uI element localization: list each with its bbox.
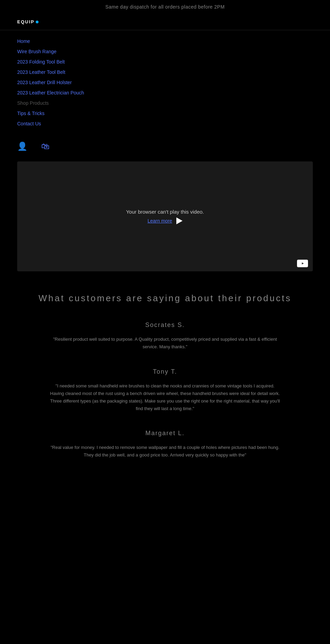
reviewer-name: Socrates S. [17,321,313,329]
review-card: Socrates S."Resilient product well suite… [17,321,313,351]
header: EQUIP [0,14,330,30]
video-message: Your browser can't play this video. [126,209,204,215]
reviews-section: What customers are saying about their pr… [0,271,330,483]
logo-dot [36,21,38,23]
nav-item[interactable]: 2023 Folding Tool Belt [17,58,313,66]
nav-item[interactable]: Home [17,37,313,45]
youtube-icon[interactable] [297,260,308,267]
reviews-heading: What customers are saying about their pr… [17,292,313,304]
nav-menu: HomeWire Brush Range2023 Folding Tool Be… [0,30,330,135]
nav-item[interactable]: 2023 Leather Drill Holster [17,78,313,87]
nav-item[interactable]: Tips & Tricks [17,109,313,117]
cart-icon[interactable]: 🛍 [41,142,50,151]
icons-row: 👤 🛍 [0,135,330,161]
video-container: Your browser can't play this video. Lear… [17,161,313,271]
nav-item[interactable]: 2023 Leather Tool Belt [17,68,313,76]
video-link-row: Learn more [147,217,183,224]
logo[interactable]: EQUIP [17,19,313,24]
top-banner: Same day dispatch for all orders placed … [0,0,330,14]
review-card: Margaret L."Real value for money. I need… [17,430,313,459]
review-text: "Real value for money. I needed to remov… [48,444,282,459]
video-play-button[interactable] [176,217,183,224]
nav-item[interactable]: 2023 Leather Electrician Pouch [17,89,313,97]
user-icon[interactable]: 👤 [17,142,28,151]
nav-item[interactable]: Shop Products [17,99,313,107]
nav-item[interactable]: Contact Us [17,120,313,128]
logo-text: EQUIP [17,19,34,24]
review-text: "Resilient product well suited to purpos… [48,336,282,351]
reviews-list: Socrates S."Resilient product well suite… [17,321,313,459]
nav-item[interactable]: Wire Brush Range [17,47,313,56]
video-learn-more-link[interactable]: Learn more [147,218,172,224]
reviewer-name: Tony T. [17,368,313,375]
review-text: "I needed some small handheld wire brush… [48,382,282,413]
review-card: Tony T."I needed some small handheld wir… [17,368,313,413]
reviewer-name: Margaret L. [17,430,313,437]
banner-text: Same day dispatch for all orders placed … [105,4,224,10]
